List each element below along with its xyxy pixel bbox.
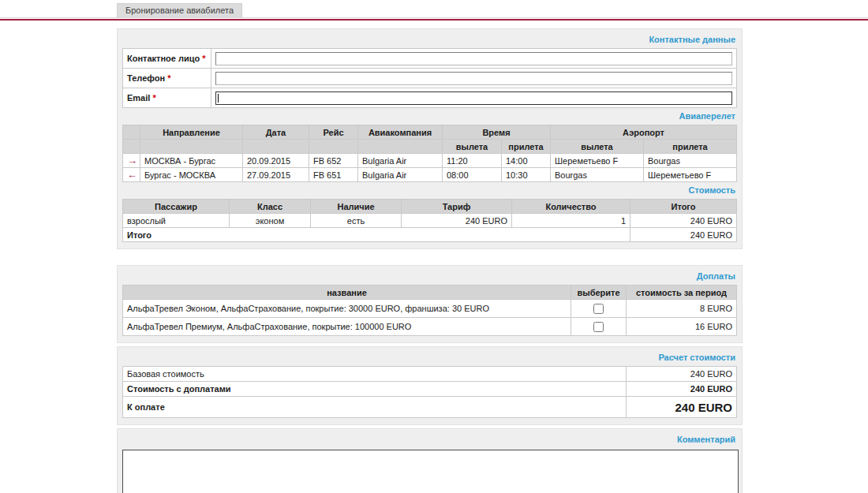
- comment-panel: Комментарий: [117, 428, 743, 493]
- direction-cell: Бургас - МОСКВА: [140, 168, 243, 182]
- airport-header: Аэропорт: [551, 125, 737, 140]
- calculation-panel: Расчет стоимости Базовая стоимость 240 E…: [117, 346, 743, 425]
- empty-header-cell: [140, 140, 243, 154]
- time-arrival-subheader: прилета: [502, 140, 551, 154]
- availability-cell: есть: [311, 214, 402, 228]
- surcharges-panel: Доплаты название выберите стоимость за п…: [117, 265, 743, 343]
- email-input-cell: [211, 88, 737, 108]
- contacts-section-title: Контактные данные: [122, 32, 737, 48]
- table-row: Телефон *: [123, 69, 737, 88]
- phone-input[interactable]: [215, 72, 732, 85]
- empty-header-cell: [309, 140, 358, 154]
- surcharge-checkbox[interactable]: [593, 322, 604, 332]
- surcharge-name-cell: АльфаТревел Премиум, АльфаСтрахование, п…: [123, 318, 571, 336]
- comment-section-title: Комментарий: [122, 431, 737, 448]
- surcharge-name-header: название: [123, 286, 571, 300]
- base-cost-label: Базовая стоимость: [123, 367, 627, 382]
- quantity-header: Количество: [512, 200, 630, 214]
- departure-time-cell: 11:20: [443, 154, 502, 168]
- airline-header: Авиакомпания: [358, 125, 443, 140]
- contact-person-input[interactable]: [215, 52, 732, 65]
- row-total-cell: 240 EURO: [630, 214, 737, 228]
- time-departure-subheader: вылета: [443, 140, 502, 154]
- phone-label-cell: Телефон *: [123, 69, 211, 88]
- empty-header-cell: [243, 140, 309, 154]
- surcharge-checkbox-cell: [571, 300, 627, 318]
- departure-airport-cell: Bourgas: [551, 168, 644, 182]
- booking-form: Контактные данные Контактное лицо * Теле…: [117, 28, 743, 493]
- contacts-table: Контактное лицо * Телефон * Email: [122, 48, 737, 108]
- required-asterisk: *: [202, 54, 205, 63]
- class-cell: эконом: [230, 214, 311, 228]
- direction-header: Направление: [140, 125, 243, 140]
- arrival-time-cell: 10:30: [502, 168, 551, 182]
- availability-header: Наличие: [311, 200, 402, 214]
- contact-person-label-cell: Контактное лицо *: [123, 49, 211, 69]
- departure-time-cell: 08:00: [443, 168, 502, 182]
- base-cost-value: 240 EURO: [627, 367, 737, 382]
- flight-number-cell: FB 651: [309, 168, 358, 182]
- surcharge-price-header: стоимость за период: [627, 286, 737, 300]
- surcharges-section-title: Доплаты: [122, 268, 737, 285]
- amount-due-label: К оплате: [123, 397, 627, 418]
- cost-total-value: 240 EURO: [630, 228, 737, 242]
- passenger-cell: взрослый: [123, 214, 230, 228]
- total-header: Итого: [630, 200, 737, 214]
- table-row: ← Бургас - МОСКВА 27.09.2015 FB 651 Bulg…: [123, 168, 737, 182]
- outbound-arrow-cell: →: [123, 154, 140, 168]
- main-panel: Контактные данные Контактное лицо * Теле…: [117, 28, 743, 249]
- calculation-table: Базовая стоимость 240 EURO Стоимость с д…: [122, 366, 737, 418]
- contact-person-input-cell: [211, 49, 737, 69]
- table-row: Стоимость с доплатами 240 EURO: [123, 382, 737, 397]
- flights-subheader-row: вылета прилета вылета прилета: [123, 140, 737, 154]
- return-arrow-cell: ←: [123, 168, 140, 182]
- phone-input-cell: [211, 69, 737, 88]
- empty-header-cell: [123, 140, 140, 154]
- phone-label: Телефон: [127, 73, 165, 83]
- required-asterisk: *: [167, 73, 170, 83]
- surcharge-name-cell: АльфаТревел Эконом, АльфаСтрахование, по…: [123, 300, 571, 318]
- arrow-left-icon: ←: [127, 169, 137, 181]
- amount-due-value: 240 EURO: [627, 397, 737, 418]
- tariff-cell: 240 EURO: [402, 214, 512, 228]
- flights-section-title: Авиаперелет: [122, 108, 737, 125]
- direction-cell: МОСКВА - Бургас: [140, 154, 243, 168]
- calculation-section-title: Расчет стоимости: [122, 349, 737, 366]
- empty-header-cell: [358, 140, 443, 154]
- airport-arrival-subheader: прилета: [644, 140, 737, 154]
- email-input[interactable]: [215, 92, 732, 105]
- departure-airport-cell: Шереметьево F: [551, 154, 644, 168]
- cost-total-label: Итого: [123, 228, 630, 242]
- tab-bar: Бронирование авиабилета: [0, 0, 868, 17]
- email-label: Email: [127, 93, 150, 103]
- required-asterisk: *: [152, 93, 155, 103]
- email-label-cell: Email *: [123, 88, 211, 108]
- table-row: К оплате 240 EURO: [123, 397, 737, 418]
- comment-textarea[interactable]: [122, 450, 739, 493]
- arrival-airport-cell: Шереметьево F: [644, 168, 737, 182]
- arrival-airport-cell: Bourgas: [644, 154, 737, 168]
- tab-booking[interactable]: Бронирование авиабилета: [117, 3, 242, 17]
- table-row: взрослый эконом есть 240 EURO 1 240 EURO: [123, 214, 737, 228]
- surcharge-select-header: выберите: [571, 286, 627, 300]
- table-row: АльфаТревел Премиум, АльфаСтрахование, п…: [123, 318, 737, 336]
- table-row: → МОСКВА - Бургас 20.09.2015 FB 652 Bulg…: [123, 154, 737, 168]
- surcharges-header-row: название выберите стоимость за период: [123, 286, 737, 300]
- surcharge-price-cell: 8 EURO: [627, 300, 737, 318]
- surcharge-checkbox[interactable]: [593, 304, 604, 314]
- airport-departure-subheader: вылета: [551, 140, 644, 154]
- flights-table: Направление Дата Рейс Авиакомпания Время…: [122, 125, 737, 182]
- date-cell: 20.09.2015: [243, 154, 309, 168]
- passenger-header: Пассажир: [123, 200, 230, 214]
- date-cell: 27.09.2015: [243, 168, 309, 182]
- surcharge-checkbox-cell: [571, 318, 627, 336]
- flight-number-header: Рейс: [309, 125, 358, 140]
- cost-section-title: Стоимость: [122, 182, 737, 199]
- airline-cell: Bulgaria Air: [358, 154, 443, 168]
- flights-header-row: Направление Дата Рейс Авиакомпания Время…: [123, 125, 737, 140]
- arrow-right-icon: →: [127, 155, 137, 166]
- cost-with-surcharges-value: 240 EURO: [627, 382, 737, 397]
- contact-person-label: Контактное лицо: [127, 54, 200, 63]
- empty-header-cell: [123, 125, 140, 140]
- class-header: Класс: [230, 200, 311, 214]
